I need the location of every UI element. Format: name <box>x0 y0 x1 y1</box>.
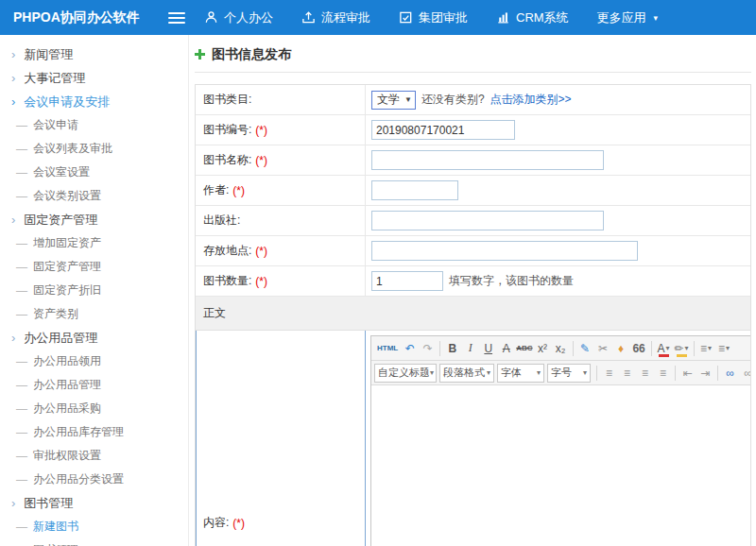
editor-content-area[interactable] <box>371 385 750 546</box>
dash-icon: — <box>16 520 27 534</box>
sidebar-item-12[interactable]: ›办公用品管理 <box>0 326 188 350</box>
form-label-publisher: 出版社: <box>196 206 366 235</box>
redo-button[interactable]: ↷ <box>419 339 437 358</box>
undo-button[interactable]: ↶ <box>401 339 419 358</box>
html-source-button[interactable]: HTML <box>374 339 401 358</box>
topmenu-item-4[interactable]: 更多应用▾ <box>597 9 659 26</box>
sidebar-item-16[interactable]: —办公用品库存管理 <box>0 420 188 444</box>
topmenu-label: 流程审批 <box>321 9 370 26</box>
align-center-button[interactable]: ≡ <box>618 364 636 383</box>
ordered-list-button[interactable]: ≡▾ <box>697 339 715 358</box>
font-family-select[interactable]: 字体▾ <box>497 364 544 383</box>
italic-button[interactable]: I <box>461 339 479 358</box>
quantity-input[interactable] <box>371 271 443 291</box>
indent-button[interactable]: ⇥ <box>696 364 714 383</box>
chevron-down-icon: ▾ <box>487 368 490 377</box>
field-label: 作者: <box>203 182 229 198</box>
book-category-hint: 还没有类别? <box>421 92 485 108</box>
chart-icon <box>496 10 510 25</box>
form-row-content: 内容:(*)HTML↶↷BIUAABCx²x₂✎✂♦66A▾✏▾≡▾≡▾自定义标… <box>196 331 750 546</box>
sidebar-item-17[interactable]: —审批权限设置 <box>0 444 188 468</box>
sidebar-item-4[interactable]: —会议列表及审批 <box>0 137 188 161</box>
align-right-button[interactable]: ≡ <box>636 364 654 383</box>
sidebar-item-0[interactable]: ›新闻管理 <box>0 43 188 66</box>
sidebar-item-14[interactable]: —办公用品管理 <box>0 373 188 397</box>
outdent-button[interactable]: ⇤ <box>679 364 696 383</box>
sidebar-item-1[interactable]: ›大事记管理 <box>0 66 188 90</box>
blockquote-button[interactable]: 66 <box>630 339 648 358</box>
topmenu-item-0[interactable]: 个人办公 <box>204 9 273 26</box>
sidebar-item-6[interactable]: —会议类别设置 <box>0 184 188 208</box>
sidebar-item-13[interactable]: —办公用品领用 <box>0 350 188 373</box>
sidebar-item-15[interactable]: —办公用品采购 <box>0 397 188 420</box>
subscript-button[interactable]: x₂ <box>552 339 570 358</box>
sidebar-item-7[interactable]: ›固定资产管理 <box>0 208 188 231</box>
link-button[interactable]: ∞ <box>721 364 739 383</box>
sidebar-item-10[interactable]: —固定资产折旧 <box>0 279 188 302</box>
flow-icon <box>301 10 316 25</box>
form-label-quantity: 图书数量:(*) <box>196 266 366 296</box>
sidebar-item-8[interactable]: —增加固定资产 <box>0 231 188 255</box>
field-label: 图书编号: <box>203 122 251 138</box>
app-logo[interactable]: PHPOA协同办公软件 <box>0 9 168 26</box>
font-color-button[interactable]: A▾ <box>655 339 673 358</box>
topmenu-label: 更多应用 <box>597 9 646 26</box>
custom-title-select[interactable]: 自定义标题▾ <box>374 364 437 383</box>
superscript-button[interactable]: x² <box>534 339 552 358</box>
topmenu-item-3[interactable]: CRM系统 <box>496 9 569 26</box>
book-category-select[interactable]: 文学▼ <box>371 91 416 110</box>
unordered-list-button[interactable]: ≡▾ <box>715 339 733 358</box>
align-left-button[interactable]: ≡ <box>600 364 618 383</box>
sidebar-item-3[interactable]: —会议申请 <box>0 113 188 137</box>
chevron-right-icon: › <box>11 71 15 85</box>
spellcheck-button[interactable]: ABC <box>515 339 533 358</box>
remove-format-button[interactable]: ✂ <box>594 339 612 358</box>
location-input[interactable] <box>371 241 638 261</box>
topmenu-label: 集团审批 <box>419 9 468 26</box>
topmenu-item-1[interactable]: 流程审批 <box>301 9 370 26</box>
author-input[interactable] <box>371 180 458 200</box>
paragraph-format-select[interactable]: 段落格式▾ <box>439 364 494 383</box>
strikethrough-button[interactable]: A <box>497 339 515 358</box>
editor-toolbar-row-1: HTML↶↷BIUAABCx²x₂✎✂♦66A▾✏▾≡▾≡▾ <box>371 336 750 361</box>
format-painter-button[interactable]: ✎ <box>576 339 594 358</box>
sidebar-item-5[interactable]: —会议室设置 <box>0 161 188 184</box>
sidebar-item-label: 固定资产折旧 <box>33 282 101 299</box>
sidebar-item-9[interactable]: —固定资产管理 <box>0 255 188 279</box>
topmenu-label: 个人办公 <box>224 9 273 26</box>
toolbar-separator <box>573 341 574 356</box>
highlight-color-button[interactable]: ✏▾ <box>673 339 691 358</box>
topbar: PHPOA协同办公软件 个人办公流程审批集团审批CRM系统更多应用▾ <box>0 0 756 35</box>
form-row-book-name: 图书名称:(*) <box>196 145 750 176</box>
toolbar-separator <box>675 366 676 381</box>
sidebar-item-2[interactable]: ›会议申请及安排 <box>0 90 188 113</box>
form-row-author: 作者:(*) <box>196 176 750 206</box>
publisher-input[interactable] <box>371 211 604 230</box>
form-value-quantity: 填写数字，该图书的数量 <box>366 266 750 296</box>
dash-icon: — <box>16 402 27 416</box>
book-category-add-link[interactable]: 点击添加类别>> <box>490 92 572 108</box>
sidebar-item-21[interactable]: —图书管理 <box>0 538 188 546</box>
field-label: 图书类目: <box>203 92 251 108</box>
sidebar-item-18[interactable]: —办公用品分类设置 <box>0 468 188 491</box>
section-header-body-section: 正文 <box>196 297 750 331</box>
underline-button[interactable]: U <box>479 339 497 358</box>
dropdown-label: 字体 <box>501 366 522 380</box>
hamburger-menu-icon[interactable] <box>168 12 185 24</box>
toolbar-separator <box>694 341 695 356</box>
book-number-input[interactable] <box>371 120 515 140</box>
sidebar-item-19[interactable]: ›图书管理 <box>0 491 188 515</box>
clean-button[interactable]: ♦ <box>612 339 630 358</box>
font-size-select[interactable]: 字号▾ <box>547 364 591 383</box>
sidebar-item-20[interactable]: —新建图书 <box>0 515 188 538</box>
align-justify-button[interactable]: ≡ <box>654 364 672 383</box>
editor-toolbar-row-2: 自定义标题▾段落格式▾字体▾字号▾≡≡≡≡⇤⇥∞∞▶ <box>371 361 750 385</box>
topmenu-item-2[interactable]: 集团审批 <box>399 9 468 26</box>
bold-button[interactable]: B <box>443 339 461 358</box>
dash-icon: — <box>16 308 27 321</box>
dropdown-label: 字号 <box>551 366 572 380</box>
form-label-location: 存放地点:(*) <box>196 236 366 265</box>
unlink-button[interactable]: ∞ <box>739 364 750 383</box>
sidebar-item-11[interactable]: —资产类别 <box>0 302 188 326</box>
book-name-input[interactable] <box>371 150 604 170</box>
